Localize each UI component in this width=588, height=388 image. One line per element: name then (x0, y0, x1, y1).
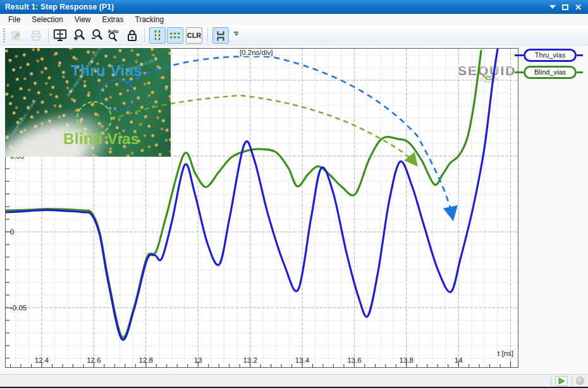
zoom-in-icon (71, 28, 87, 43)
menu-item-tracking[interactable]: Tracking (130, 15, 170, 25)
menu-item-selection[interactable]: Selection (26, 15, 68, 25)
status-led-icon (576, 377, 584, 385)
x-tick-label: 13 (194, 356, 202, 364)
legend-line-stub (515, 71, 524, 73)
legend-line-stub (515, 54, 524, 56)
toolbar: Auto CLR (0, 25, 588, 45)
x-tick-label: 12.8 (139, 356, 153, 364)
toolbar-overflow-button[interactable] (234, 32, 238, 36)
client-area: SEQUID 12.412.612.81313.213.413.613.8140… (0, 45, 588, 374)
auto-zoom-button[interactable]: Auto (105, 27, 121, 44)
menu-item-view[interactable]: View (69, 15, 97, 25)
toolbar-separator (48, 28, 49, 43)
blind-vias-label: Blind Vias (63, 130, 140, 148)
step-display-icon (214, 28, 228, 42)
legend-pill: Thru_vias (524, 49, 577, 62)
y-tick-label: -0.05 (10, 304, 27, 312)
export-button[interactable] (9, 27, 25, 44)
thru-vias-label: Thru Vias (71, 62, 142, 80)
status-bar (0, 374, 588, 387)
horizontal-cursors-button[interactable] (167, 27, 183, 44)
pcb-photo-inset: blind vias L1-L2, drills 0.3/0.45/0.6 co… (5, 48, 171, 157)
x-tick-label: 12.4 (35, 356, 49, 364)
menu-bar: FileSelectionViewExtrasTracking (0, 14, 588, 25)
statusbar-separator (572, 377, 572, 385)
x-tick-label: 13.4 (295, 356, 310, 364)
lock-icon (125, 28, 140, 43)
zoom-out-button[interactable] (89, 27, 105, 44)
scale-annotation: [0.2ns/div] (238, 49, 274, 56)
window-title: Result 1: Step Response (P1) (0, 3, 114, 11)
toolbar-separator (144, 28, 145, 43)
maximize-icon[interactable] (562, 4, 568, 10)
printer-icon (29, 28, 43, 42)
menu-item-file[interactable]: File (3, 15, 26, 25)
vertical-cursors-icon (150, 28, 164, 42)
vertical-cursors-button[interactable] (149, 27, 166, 44)
x-tick-label: 12.6 (87, 356, 101, 364)
legend-line-stub (577, 54, 583, 56)
clear-cursors-button[interactable]: CLR (186, 27, 202, 44)
toolbar-drag-handle[interactable] (3, 28, 5, 42)
plot-area[interactable]: SEQUID 12.412.612.81313.213.413.613.8140… (5, 48, 518, 368)
x-tick-label: 13.2 (243, 356, 257, 364)
minimize-icon[interactable] (549, 5, 556, 9)
legend: Thru_vias Blind_vias (515, 49, 583, 83)
pan-monitor-icon (52, 28, 68, 43)
menu-item-extras[interactable]: Extras (97, 15, 130, 25)
x-tick-label: 14 (455, 356, 463, 364)
statusbar-separator (551, 377, 551, 385)
overflow-bar-icon (234, 32, 238, 33)
zoom-out-icon (89, 28, 104, 43)
x-axis-label: t [ns] (498, 349, 513, 357)
export-icon (10, 28, 24, 42)
pan-view-button[interactable] (52, 27, 68, 44)
close-icon[interactable]: ✕ (575, 3, 582, 11)
auto-zoom-icon: Auto (106, 28, 121, 43)
step-display-button[interactable] (212, 27, 229, 44)
horizontal-cursors-icon (168, 28, 182, 42)
y-tick-label: 0 (10, 228, 14, 236)
legend-line-stub (577, 71, 583, 73)
zoom-in-button[interactable] (71, 27, 87, 44)
lock-zoom-button[interactable] (124, 27, 140, 44)
x-tick-label: 13.6 (347, 356, 361, 364)
print-button[interactable] (28, 27, 44, 44)
legend-item-thru-vias[interactable]: Thru_vias (515, 49, 583, 61)
legend-pill: Blind_vias (524, 66, 577, 79)
x-tick-label: 13.8 (400, 356, 413, 364)
chevron-down-icon (235, 33, 238, 36)
legend-item-blind-vias[interactable]: Blind_vias (515, 66, 583, 78)
toolbar-separator (207, 28, 208, 43)
clr-label: CLR (187, 32, 202, 39)
play-button[interactable] (555, 376, 568, 386)
play-icon (557, 377, 566, 385)
app-window: Result 1: Step Response (P1) ✕ FileSelec… (0, 0, 588, 388)
title-bar[interactable]: Result 1: Step Response (P1) ✕ (0, 0, 588, 14)
